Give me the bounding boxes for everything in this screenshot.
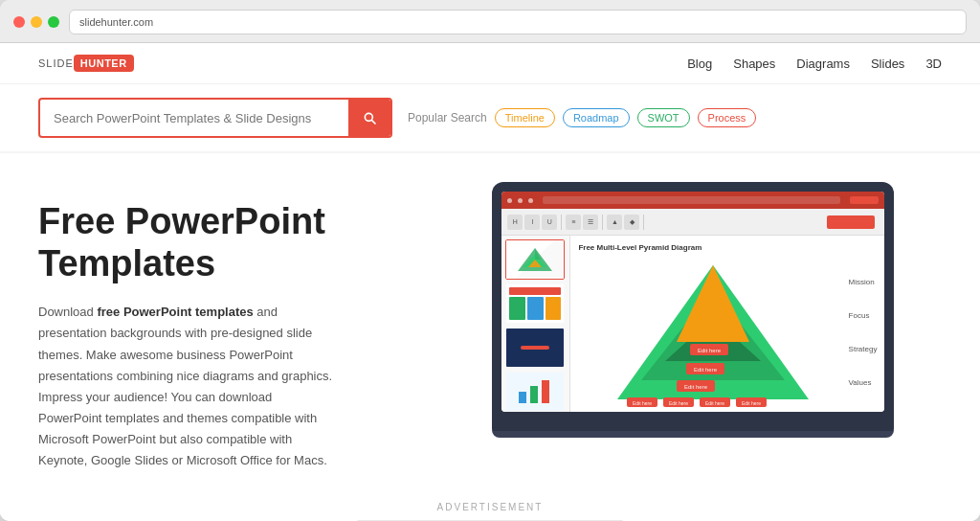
browser-window: slidehunter.com SLIDE HUNTER Blog Shapes… bbox=[0, 0, 980, 521]
svg-text:Edit here: Edit here bbox=[633, 400, 652, 406]
laptop-mockup: H I U ≡ ☰ ▲ ◆ bbox=[492, 182, 894, 438]
address-text: slidehunter.com bbox=[79, 16, 153, 28]
browser-chrome: slidehunter.com bbox=[0, 0, 980, 43]
tool-btn[interactable]: U bbox=[542, 215, 557, 230]
slide-thumb-4[interactable] bbox=[505, 372, 565, 412]
pyramid-label-mission: Mission bbox=[849, 276, 878, 288]
search-button[interactable] bbox=[348, 100, 390, 136]
tool-btn[interactable]: ≡ bbox=[566, 215, 581, 230]
advertisement-section: ADVERTISEMENT bbox=[0, 490, 980, 521]
search-bar bbox=[38, 98, 392, 138]
svg-text:Edit here: Edit here bbox=[669, 400, 688, 406]
pyramid-labels: Mission Focus Strategy Values bbox=[849, 256, 878, 409]
popular-search-label: Popular Search bbox=[408, 111, 487, 125]
close-button[interactable] bbox=[13, 16, 25, 28]
nav-3d[interactable]: 3D bbox=[925, 57, 942, 71]
pyramid-label-values: Values bbox=[849, 376, 878, 389]
nav-slides[interactable]: Slides bbox=[871, 57, 904, 71]
tool-btn[interactable]: I bbox=[524, 215, 540, 230]
tool-btn[interactable]: ◆ bbox=[624, 215, 639, 230]
ribbon-dot bbox=[507, 198, 512, 203]
maximize-button[interactable] bbox=[48, 16, 59, 28]
laptop-base bbox=[492, 418, 894, 431]
hero-title-line1: Free PowerPoint bbox=[38, 201, 325, 241]
slide-thumb-2[interactable] bbox=[505, 283, 565, 324]
tool-btn[interactable]: ▲ bbox=[607, 215, 622, 230]
pyramid-label-strategy: Strategy bbox=[849, 343, 878, 355]
tag-timeline[interactable]: Timeline bbox=[495, 108, 555, 127]
tool-btn[interactable]: ☰ bbox=[583, 215, 598, 230]
tag-roadmap[interactable]: Roadmap bbox=[563, 108, 630, 127]
pyramid-svg: Edit here Edit here Edit here bbox=[578, 256, 848, 409]
nav-shapes[interactable]: Shapes bbox=[733, 57, 775, 71]
popular-search: Popular Search Timeline Roadmap SWOT Pro… bbox=[408, 108, 756, 127]
hero-description: Download free PowerPoint templates and p… bbox=[38, 302, 335, 471]
logo[interactable]: SLIDE HUNTER bbox=[38, 55, 134, 72]
nav-blog[interactable]: Blog bbox=[687, 57, 712, 71]
ad-label: ADVERTISEMENT bbox=[0, 502, 980, 512]
search-icon bbox=[362, 110, 377, 125]
svg-rect-6 bbox=[542, 380, 549, 403]
svg-text:Edit here: Edit here bbox=[742, 400, 761, 406]
slide-thumb-3[interactable] bbox=[505, 328, 565, 368]
svg-rect-4 bbox=[519, 392, 526, 403]
pyramid-diagram: Edit here Edit here Edit here bbox=[578, 256, 877, 409]
tag-swot[interactable]: SWOT bbox=[637, 108, 690, 127]
hero-laptop: H I U ≡ ☰ ▲ ◆ bbox=[445, 182, 942, 438]
pyramid-label-focus: Focus bbox=[849, 309, 878, 322]
tag-process[interactable]: Process bbox=[698, 108, 757, 127]
address-bar[interactable]: slidehunter.com bbox=[69, 10, 967, 34]
svg-text:Edit here: Edit here bbox=[705, 400, 724, 406]
svg-rect-5 bbox=[530, 386, 538, 403]
svg-text:Edit here: Edit here bbox=[698, 348, 722, 353]
tool-group-2: ≡ ☰ bbox=[566, 215, 603, 230]
logo-slide-text: SLIDE bbox=[38, 57, 74, 69]
hero-title-line2: Templates bbox=[38, 243, 215, 283]
svg-text:Edit here: Edit here bbox=[694, 367, 718, 373]
tool-group-1: H I U bbox=[507, 215, 562, 230]
laptop-bottom bbox=[492, 430, 894, 438]
svg-text:Edit here: Edit here bbox=[684, 384, 708, 390]
laptop-screen-outer: H I U ≡ ☰ ▲ ◆ bbox=[492, 182, 894, 418]
ribbon-dot bbox=[518, 198, 523, 203]
slides-panel bbox=[501, 236, 570, 412]
nav-diagrams[interactable]: Diagrams bbox=[796, 57, 850, 71]
hero-section: Free PowerPoint Templates Download free … bbox=[0, 153, 980, 490]
logo-hunter-text: HUNTER bbox=[74, 55, 134, 72]
search-section: Popular Search Timeline Roadmap SWOT Pro… bbox=[0, 84, 980, 153]
ribbon-dot bbox=[528, 198, 533, 203]
tool-group-3: ▲ ◆ bbox=[607, 215, 644, 230]
ppt-main: Free Multi-Level Pyramid Diagram bbox=[501, 236, 884, 412]
slide-thumb-1[interactable] bbox=[505, 239, 565, 280]
tool-btn[interactable]: H bbox=[507, 215, 523, 230]
site-header: SLIDE HUNTER Blog Shapes Diagrams Slides… bbox=[0, 43, 980, 84]
ppt-ribbon bbox=[501, 192, 884, 209]
laptop-screen: H I U ≡ ☰ ▲ ◆ bbox=[501, 192, 884, 412]
ppt-toolbar: H I U ≡ ☰ ▲ ◆ bbox=[501, 209, 884, 236]
minimize-button[interactable] bbox=[31, 16, 42, 28]
traffic-lights bbox=[13, 16, 59, 28]
main-nav: Blog Shapes Diagrams Slides 3D bbox=[687, 57, 942, 71]
search-input[interactable] bbox=[40, 102, 348, 134]
ppt-canvas-area: Free Multi-Level Pyramid Diagram bbox=[570, 236, 884, 412]
page-content: SLIDE HUNTER Blog Shapes Diagrams Slides… bbox=[0, 43, 980, 521]
hero-title: Free PowerPoint Templates bbox=[38, 201, 445, 284]
hero-text: Free PowerPoint Templates Download free … bbox=[38, 182, 445, 471]
slide-title: Free Multi-Level Pyramid Diagram bbox=[578, 243, 702, 252]
